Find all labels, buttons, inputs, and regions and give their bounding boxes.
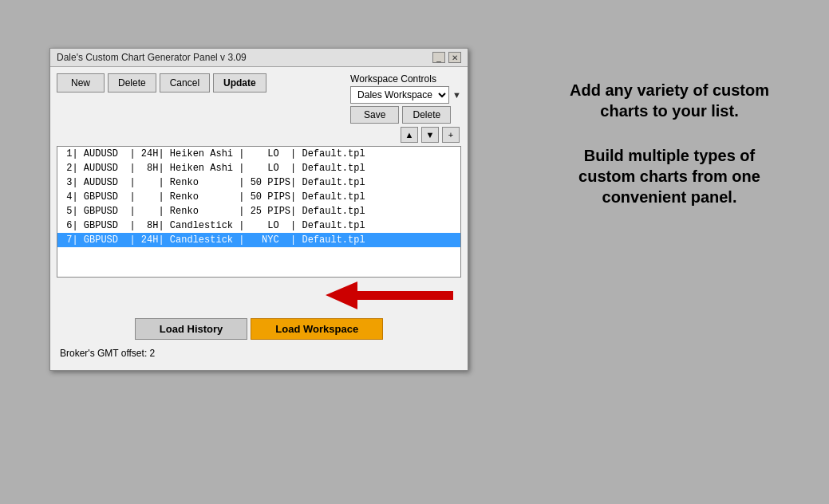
update-button[interactable]: Update: [213, 73, 266, 93]
top-section: New Delete Cancel Update Workspace Contr…: [57, 73, 461, 124]
svg-marker-0: [326, 282, 453, 309]
workspace-controls: Workspace Controls Dales Workspace ▼ Sav…: [350, 73, 461, 124]
workspace-buttons: Save Delete: [350, 106, 451, 124]
list-item[interactable]: 6| GBPUSD | 8H| Candlestick | LO | Defau…: [57, 219, 460, 233]
panel-window: Dale's Custom Chart Generator Panel v 3.…: [49, 48, 468, 371]
load-workspace-button[interactable]: Load Workspace: [251, 318, 383, 340]
chart-list[interactable]: 1| AUDUSD | 24H| Heiken Ashi | LO | Defa…: [57, 146, 461, 278]
move-down-button[interactable]: ▼: [421, 127, 439, 143]
title-bar-controls: _ ✕: [432, 52, 461, 63]
title-bar: Dale's Custom Chart Generator Panel v 3.…: [50, 49, 468, 67]
load-history-button[interactable]: Load History: [135, 318, 247, 340]
cancel-button[interactable]: Cancel: [160, 73, 210, 93]
list-item[interactable]: 1| AUDUSD | 24H| Heiken Ashi | LO | Defa…: [57, 147, 460, 161]
save-button[interactable]: Save: [350, 106, 399, 124]
add-button[interactable]: +: [442, 127, 460, 143]
gmt-info: Broker's GMT offset: 2: [57, 345, 461, 364]
bottom-buttons-row: Load History Load Workspace: [57, 313, 461, 345]
red-arrow-icon: [326, 282, 453, 309]
list-item[interactable]: 7| GBPUSD | 24H| Candlestick | NYC | Def…: [57, 233, 460, 247]
down-arrow-icon: ▼: [426, 130, 435, 140]
list-item[interactable]: 4| GBPUSD | | Renko | 50 PIPS| Default.t…: [57, 190, 460, 204]
delete-workspace-button[interactable]: Delete: [402, 106, 451, 124]
delete-button[interactable]: Delete: [108, 73, 156, 93]
arrow-indicator-area: [57, 278, 461, 313]
workspace-controls-label: Workspace Controls: [350, 73, 436, 85]
arrow-row: ▲ ▼ +: [57, 127, 461, 143]
new-button[interactable]: New: [57, 73, 105, 93]
side-text: Add any variety of customcharts to your …: [534, 80, 805, 207]
dropdown-arrow-icon: ▼: [452, 90, 461, 100]
window-title: Dale's Custom Chart Generator Panel v 3.…: [57, 52, 247, 63]
move-up-button[interactable]: ▲: [401, 127, 418, 143]
side-text-part1: Add any variety of customcharts to your …: [534, 80, 805, 121]
list-item[interactable]: 5| GBPUSD | | Renko | 25 PIPS| Default.t…: [57, 204, 460, 219]
close-button[interactable]: ✕: [448, 52, 461, 63]
left-buttons: New Delete Cancel Update: [57, 73, 266, 124]
list-item[interactable]: 2| AUDUSD | 8H| Heiken Ashi | LO | Defau…: [57, 161, 460, 175]
workspace-select[interactable]: Dales Workspace: [350, 86, 449, 104]
workspace-row: Dales Workspace ▼: [350, 86, 461, 104]
panel-body: New Delete Cancel Update Workspace Contr…: [50, 67, 468, 370]
up-arrow-icon: ▲: [405, 130, 414, 140]
side-text-part2: Build multiple types ofcustom charts fro…: [534, 145, 805, 207]
minimize-button[interactable]: _: [432, 52, 445, 63]
list-item[interactable]: 3| AUDUSD | | Renko | 50 PIPS| Default.t…: [57, 175, 460, 190]
